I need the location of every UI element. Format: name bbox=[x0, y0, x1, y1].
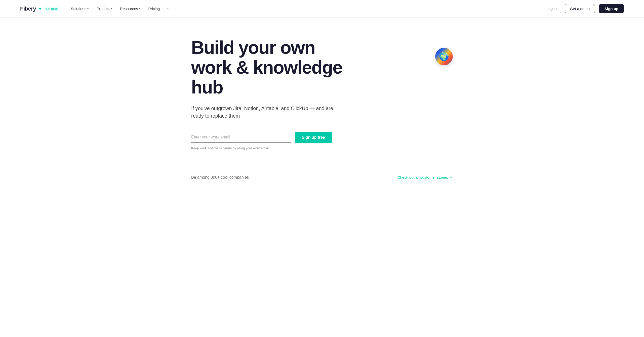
logo[interactable]: Fibery ✦ +AI Now! bbox=[20, 6, 59, 12]
login-button[interactable]: Log in bbox=[542, 5, 561, 13]
nav-label-solutions: Solutions bbox=[71, 7, 86, 11]
email-form: Sign up free bbox=[191, 132, 332, 143]
nav-item-product[interactable]: Product ▾ bbox=[93, 5, 115, 13]
email-input[interactable] bbox=[191, 132, 291, 142]
chevron-down-icon: ▾ bbox=[139, 7, 140, 10]
email-input-wrapper bbox=[191, 132, 291, 142]
signup-free-button[interactable]: Sign up free bbox=[295, 132, 332, 143]
ai-badge: +AI Now! bbox=[44, 7, 59, 11]
navbar-left: Fibery ✦ +AI Now! Solutions ▾ Product ▾ … bbox=[20, 4, 173, 13]
nav-label-pricing: Pricing bbox=[148, 7, 160, 11]
sign-up-button[interactable]: Sign up bbox=[599, 4, 624, 13]
more-dots-icon: ··· bbox=[167, 6, 171, 11]
nav-label-product: Product bbox=[97, 7, 110, 11]
navbar: Fibery ✦ +AI Now! Solutions ▾ Product ▾ … bbox=[0, 0, 644, 18]
hero-headline-line2: work & knowledge hub bbox=[191, 57, 342, 97]
more-menu-button[interactable]: ··· bbox=[164, 4, 173, 13]
companies-section: Be among 300+ cool companies Check out a… bbox=[171, 165, 473, 190]
chevron-down-icon: ▾ bbox=[87, 7, 89, 10]
hero-section: Build your own work & knowledge hub If y… bbox=[171, 18, 473, 165]
customer-stories-link[interactable]: Check out all customer stories → bbox=[397, 175, 453, 179]
avatar-graphic: 🌍 bbox=[435, 48, 453, 65]
avatar: 🌍 bbox=[435, 48, 453, 65]
nav-item-pricing[interactable]: Pricing bbox=[145, 5, 164, 13]
nav-item-solutions[interactable]: Solutions ▾ bbox=[67, 5, 92, 13]
navbar-right: Log in Get a demo Sign up bbox=[542, 4, 624, 13]
nav-label-resources: Resources bbox=[120, 7, 138, 11]
hero-subheadline: If you've outgrown Jira, Notion, Airtabl… bbox=[191, 105, 342, 120]
companies-label: Be among 300+ cool companies bbox=[191, 175, 249, 180]
hero-headline-line1: Build your own bbox=[191, 37, 315, 58]
nav-links: Solutions ▾ Product ▾ Resources ▾ Pricin… bbox=[67, 4, 173, 13]
hero-headline: Build your own work & knowledge hub bbox=[191, 38, 367, 98]
logo-icon: ✦ bbox=[38, 6, 42, 12]
logo-text: Fibery bbox=[20, 6, 36, 12]
nav-item-resources[interactable]: Resources ▾ bbox=[116, 5, 144, 13]
email-hint: Keep work and life separate by using you… bbox=[191, 146, 453, 150]
chevron-down-icon: ▾ bbox=[111, 7, 112, 10]
get-demo-button[interactable]: Get a demo bbox=[565, 4, 595, 13]
